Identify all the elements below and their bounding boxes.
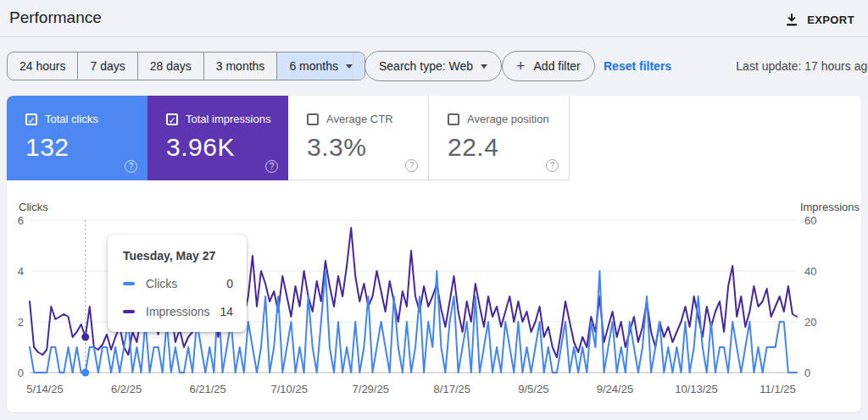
chart-tooltip: Tuesday, May 27 Clicks 0 Impressions 14: [108, 235, 247, 332]
filter-row: 24 hours 7 days 28 days 3 months 6 month…: [0, 38, 868, 94]
help-icon[interactable]: ?: [405, 159, 418, 172]
total-impressions-card[interactable]: ✓ Total impressions 3.96K ?: [147, 96, 288, 180]
average-ctr-value: 3.3%: [307, 133, 428, 162]
checked-checkbox-icon[interactable]: ✓: [166, 113, 178, 125]
top-bar: Performance EXPORT: [0, 0, 868, 37]
metric-cards: ✓ Total clicks 132 ? ✓ Total impressions…: [7, 96, 570, 180]
download-icon: [784, 12, 799, 27]
export-button[interactable]: EXPORT: [777, 7, 861, 32]
plus-icon: +: [516, 58, 526, 74]
export-label: EXPORT: [807, 14, 854, 26]
average-position-card[interactable]: Average position 22.4 ?: [429, 96, 570, 180]
chevron-down-icon: [346, 64, 353, 69]
total-impressions-value: 3.96K: [166, 133, 288, 162]
add-filter-button[interactable]: + Add filter: [502, 51, 595, 81]
page-title: Performance: [9, 8, 102, 27]
date-range-group: 24 hours 7 days 28 days 3 months 6 month…: [7, 52, 365, 80]
average-ctr-card[interactable]: Average CTR 3.3% ?: [288, 96, 429, 180]
search-type-dropdown[interactable]: Search type: Web: [364, 51, 502, 81]
chevron-down-icon: [481, 64, 487, 69]
date-range-24-hours[interactable]: 24 hours: [8, 52, 77, 80]
help-icon[interactable]: ?: [125, 160, 137, 173]
help-icon[interactable]: ?: [546, 159, 559, 172]
date-range-28-days[interactable]: 28 days: [137, 52, 203, 80]
unchecked-checkbox-icon[interactable]: [448, 113, 459, 125]
help-icon[interactable]: ?: [265, 160, 278, 173]
average-position-value: 22.4: [448, 133, 569, 162]
date-range-3-months[interactable]: 3 months: [203, 52, 277, 80]
unchecked-checkbox-icon[interactable]: [307, 113, 319, 125]
left-axis-title: Clicks: [19, 201, 48, 213]
date-range-6-months-selected[interactable]: 6 months: [276, 52, 364, 80]
total-clicks-value: 132: [25, 133, 147, 162]
right-axis-title: Impressions: [800, 201, 860, 213]
total-clicks-card[interactable]: ✓ Total clicks 132 ?: [7, 96, 147, 180]
clicks-series-swatch: [123, 282, 135, 285]
tooltip-date: Tuesday, May 27: [123, 249, 233, 262]
filter-divider: [353, 53, 353, 79]
impressions-series-swatch: [123, 310, 135, 313]
reset-filters-link[interactable]: Reset filters: [604, 59, 671, 73]
tooltip-impressions-row: Impressions 14: [123, 305, 233, 318]
date-range-7-days[interactable]: 7 days: [77, 52, 136, 80]
tooltip-clicks-row: Clicks 0: [123, 277, 233, 290]
last-update-text: Last update: 17 hours ago: [736, 59, 868, 73]
checked-checkbox-icon[interactable]: ✓: [25, 113, 37, 125]
